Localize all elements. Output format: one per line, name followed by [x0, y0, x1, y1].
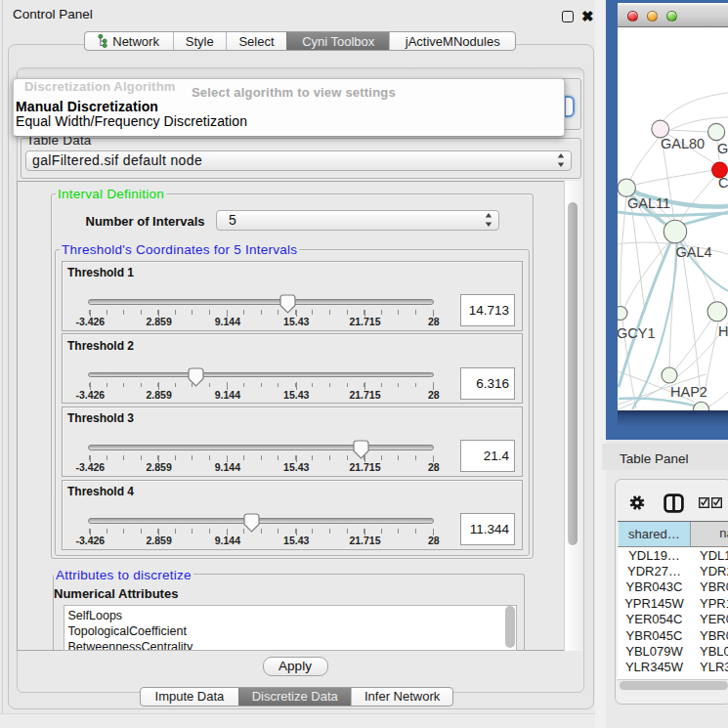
- svg-text:GAL4: GAL4: [676, 244, 712, 260]
- svg-text:H: H: [718, 323, 728, 339]
- svg-text:GAL80: GAL80: [661, 136, 705, 151]
- svg-text:HAP2: HAP2: [670, 384, 707, 400]
- svg-text:GAL11: GAL11: [627, 195, 670, 211]
- svg-text:GCY1: GCY1: [618, 325, 656, 341]
- svg-text:C: C: [718, 175, 728, 191]
- svg-text:GA: GA: [717, 141, 728, 156]
